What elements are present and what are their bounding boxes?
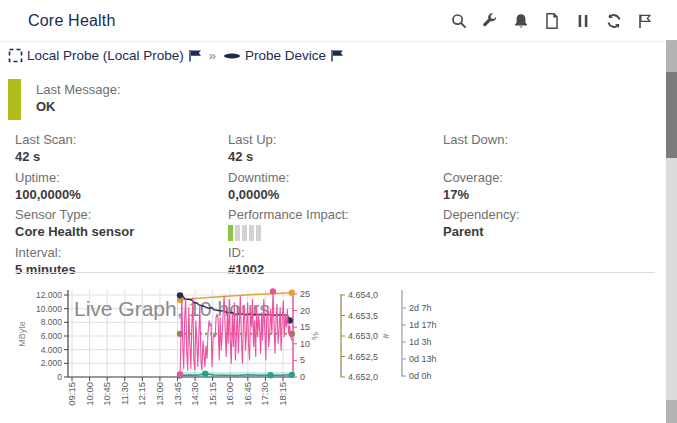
stat-performance-impact: Performance Impact: (228, 206, 443, 236)
sensor-status-block: Last Message: OK (8, 79, 121, 120)
svg-text:4.652,0: 4.652,0 (348, 372, 378, 382)
svg-text:1d 3h: 1d 3h (409, 337, 432, 347)
stat-last-up: Last Up: 42 s (228, 131, 443, 161)
priority-flag-icon[interactable] (330, 49, 344, 62)
breadcrumb-device-link[interactable]: Probe Device (223, 48, 344, 63)
svg-text:5: 5 (300, 355, 305, 365)
page-title: Core Health (28, 12, 116, 30)
svg-text:8.000: 8.000 (41, 317, 63, 327)
svg-text:0d 0h: 0d 0h (409, 371, 432, 381)
stat-last-scan: Last Scan: 42 s (15, 131, 228, 161)
probe-icon (8, 48, 23, 63)
flag-icon[interactable] (635, 11, 655, 31)
last-message-value: OK (36, 98, 121, 115)
svg-text:15:15: 15:15 (207, 382, 218, 406)
stat-interval: Interval: 5 minutes (15, 244, 228, 274)
pause-icon[interactable] (573, 11, 593, 31)
svg-text:20: 20 (300, 306, 310, 316)
breadcrumb: Local Probe (Local Probe) » Probe Device (8, 48, 344, 63)
live-graph[interactable]: Live Graph, 10 hours12.00010.0008.0006.0… (0, 274, 677, 423)
stat-uptime: Uptime: 100,0000% (15, 169, 228, 199)
svg-text:MByte: MByte (17, 321, 27, 347)
svg-text:0d 13h: 0d 13h (409, 354, 437, 364)
header-toolbar (449, 11, 655, 31)
stat-dependency: Dependency: Parent (443, 206, 637, 236)
svg-text:09:15: 09:15 (66, 382, 77, 406)
wrench-icon[interactable] (480, 11, 500, 31)
svg-text:%: % (310, 332, 320, 340)
svg-text:4.652,5: 4.652,5 (348, 352, 378, 362)
svg-text:10: 10 (300, 339, 310, 349)
svg-text:10.000: 10.000 (36, 304, 62, 314)
scrollbar-top-cap[interactable] (666, 40, 677, 72)
svg-text:13:00: 13:00 (154, 382, 165, 406)
stat-id: ID: #1002 (228, 244, 443, 274)
svg-text:0: 0 (57, 372, 62, 382)
svg-text:10:45: 10:45 (101, 382, 112, 406)
scrollbar-thumb[interactable] (666, 72, 677, 158)
breadcrumb-separator: » (209, 48, 216, 63)
svg-text:2.000: 2.000 (41, 358, 63, 368)
device-icon (223, 51, 241, 61)
breadcrumb-probe-link[interactable]: Local Probe (Local Probe) (8, 48, 202, 63)
svg-text:#: # (381, 333, 391, 338)
breadcrumb-device-label: Probe Device (245, 48, 326, 63)
stat-coverage: Coverage: 17% (443, 169, 637, 199)
svg-text:14:30: 14:30 (189, 382, 200, 406)
svg-text:16:00: 16:00 (224, 382, 235, 406)
bell-icon[interactable] (511, 11, 531, 31)
svg-text:4.000: 4.000 (41, 345, 63, 355)
svg-text:16:45: 16:45 (242, 382, 253, 406)
svg-text:0: 0 (300, 372, 305, 382)
svg-text:15: 15 (300, 322, 310, 332)
svg-text:17:30: 17:30 (259, 382, 270, 406)
status-color-bar (8, 79, 21, 120)
refresh-icon[interactable] (604, 11, 624, 31)
svg-text:11:30: 11:30 (119, 382, 130, 405)
svg-text:1d 17h: 1d 17h (409, 320, 437, 330)
svg-text:13:45: 13:45 (172, 382, 183, 406)
performance-impact-gauge (228, 225, 443, 241)
stat-empty (443, 244, 637, 274)
report-icon[interactable] (542, 11, 562, 31)
svg-text:10:00: 10:00 (84, 382, 95, 406)
svg-text:12.000: 12.000 (36, 290, 62, 300)
svg-text:4.653,0: 4.653,0 (348, 331, 378, 341)
stat-last-down: Last Down: (443, 131, 637, 161)
sensor-stats-grid: Last Scan: 42 s Last Up: 42 s Last Down:… (15, 131, 637, 274)
svg-text:4.653,5: 4.653,5 (348, 311, 378, 321)
priority-flag-icon[interactable] (188, 49, 202, 62)
last-message-label: Last Message: (36, 81, 121, 98)
scrollbar-bottom-cap[interactable] (666, 400, 677, 423)
search-icon[interactable] (449, 11, 469, 31)
svg-text:25: 25 (300, 289, 310, 299)
stat-downtime: Downtime: 0,0000% (228, 169, 443, 199)
svg-text:2d 7h: 2d 7h (409, 303, 432, 313)
vertical-scrollbar[interactable] (666, 40, 677, 423)
svg-text:4.654,0: 4.654,0 (348, 290, 378, 300)
header: Core Health (0, 0, 677, 42)
svg-text:6.000: 6.000 (41, 331, 63, 341)
section-divider (15, 272, 655, 273)
breadcrumb-probe-label: Local Probe (Local Probe) (27, 48, 184, 63)
stat-sensor-type: Sensor Type: Core Health sensor (15, 206, 228, 236)
svg-text:12:15: 12:15 (136, 382, 147, 406)
svg-text:18:15: 18:15 (277, 382, 288, 406)
